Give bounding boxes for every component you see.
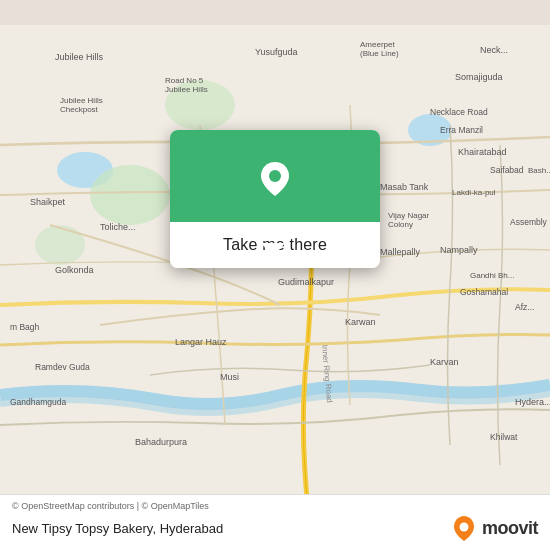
svg-text:Checkpost: Checkpost	[60, 105, 99, 114]
svg-text:Langar Hauz: Langar Hauz	[175, 337, 227, 347]
svg-text:(Blue Line): (Blue Line)	[360, 49, 399, 58]
bottom-bar: © OpenStreetMap contributors | © OpenMap…	[0, 494, 550, 550]
svg-text:Erra Manzil: Erra Manzil	[440, 125, 483, 135]
svg-text:Goshamahal: Goshamahal	[460, 287, 508, 297]
svg-text:Khilwat: Khilwat	[490, 432, 518, 442]
svg-text:Saifabad: Saifabad	[490, 165, 524, 175]
map-background: Jubilee Hills Road No 5 Jubilee Hills Yu…	[0, 0, 550, 550]
svg-text:m Bagh: m Bagh	[10, 322, 40, 332]
svg-text:Bash...: Bash...	[528, 166, 550, 175]
svg-text:Jubilee Hills: Jubilee Hills	[55, 52, 104, 62]
svg-text:Jubilee Hills: Jubilee Hills	[165, 85, 208, 94]
popup-green-area	[170, 130, 380, 222]
map-container: Jubilee Hills Road No 5 Jubilee Hills Yu…	[0, 0, 550, 550]
svg-text:Ameerpet: Ameerpet	[360, 40, 395, 49]
svg-point-47	[269, 170, 281, 182]
svg-text:Neck...: Neck...	[480, 45, 508, 55]
svg-text:Road No 5: Road No 5	[165, 76, 204, 85]
place-name: New Tipsy Topsy Bakery, Hyderabad	[12, 521, 223, 536]
svg-text:Toliche...: Toliche...	[100, 222, 136, 232]
svg-text:Masab Tank: Masab Tank	[380, 182, 429, 192]
attribution-text: © OpenStreetMap contributors | © OpenMap…	[12, 501, 538, 511]
svg-text:Lakdi-ka-pul: Lakdi-ka-pul	[452, 188, 496, 197]
svg-point-4	[35, 225, 85, 265]
svg-text:Hydera...: Hydera...	[515, 397, 550, 407]
moovit-logo: moovit	[450, 514, 538, 542]
svg-text:Vijay Nagar: Vijay Nagar	[388, 211, 430, 220]
svg-text:Gandhi Bh...: Gandhi Bh...	[470, 271, 514, 280]
svg-text:Karwan: Karwan	[345, 317, 376, 327]
svg-text:Ramdev Guda: Ramdev Guda	[35, 362, 90, 372]
svg-text:Karvan: Karvan	[430, 357, 459, 367]
svg-text:Shaikpet: Shaikpet	[30, 197, 66, 207]
svg-point-48	[459, 523, 468, 532]
svg-text:Somajiguda: Somajiguda	[455, 72, 503, 82]
svg-text:Necklace Road: Necklace Road	[430, 107, 488, 117]
svg-text:Gandhamguda: Gandhamguda	[10, 397, 67, 407]
svg-text:Yusufguda: Yusufguda	[255, 47, 298, 57]
moovit-text: moovit	[482, 518, 538, 539]
svg-point-3	[90, 165, 170, 225]
svg-text:Jubilee Hills: Jubilee Hills	[60, 96, 103, 105]
svg-text:Afz...: Afz...	[515, 302, 534, 312]
bottom-info: New Tipsy Topsy Bakery, Hyderabad moovit	[12, 514, 538, 542]
svg-text:Bahadurpura: Bahadurpura	[135, 437, 187, 447]
svg-text:Gudimalkapur: Gudimalkapur	[278, 277, 334, 287]
svg-text:Musi: Musi	[220, 372, 239, 382]
svg-text:Golkonda: Golkonda	[55, 265, 94, 275]
svg-text:Mallepally: Mallepally	[380, 247, 421, 257]
svg-text:Khairatabad: Khairatabad	[458, 147, 507, 157]
svg-text:Colony: Colony	[388, 220, 413, 229]
location-pin-icon	[249, 152, 301, 204]
moovit-brand-icon	[450, 514, 478, 542]
popup-pointer	[261, 243, 285, 257]
svg-text:Nampally: Nampally	[440, 245, 478, 255]
svg-text:Assembly: Assembly	[510, 217, 548, 227]
